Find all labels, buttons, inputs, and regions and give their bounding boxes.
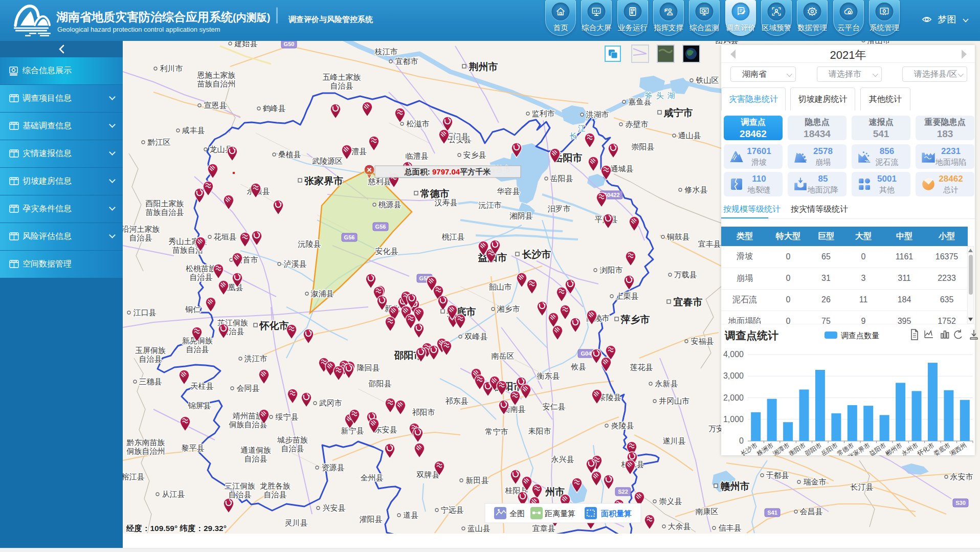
svg-text:瑞金市: 瑞金市 xyxy=(804,477,827,486)
svg-text:武冈市: 武冈市 xyxy=(319,399,342,407)
svg-text:常德市: 常德市 xyxy=(420,188,450,199)
svg-text:祁东县: 祁东县 xyxy=(446,396,469,405)
svg-text:祁阳市: 祁阳市 xyxy=(412,408,435,416)
svg-text:潜山市: 潜山市 xyxy=(867,41,890,45)
svg-text:自治县: 自治县 xyxy=(190,273,213,281)
svg-text:岳阳县: 岳阳县 xyxy=(550,174,573,183)
svg-text:自治县: 自治县 xyxy=(129,233,152,242)
svg-text:大余县: 大余县 xyxy=(668,522,691,531)
svg-text:G50: G50 xyxy=(284,41,295,47)
svg-text:五峰土家族: 五峰土家族 xyxy=(323,73,361,81)
svg-text:道县: 道县 xyxy=(403,511,418,519)
svg-text:常宁市: 常宁市 xyxy=(485,427,508,436)
svg-text:沿河土家族: 沿河土家族 xyxy=(123,225,160,233)
svg-text:邵阳市: 邵阳市 xyxy=(803,441,823,456)
svg-text:通城县: 通城县 xyxy=(611,164,634,173)
svg-text:湘阴县: 湘阴县 xyxy=(509,211,533,220)
svg-text:通山县: 通山县 xyxy=(678,131,701,140)
svg-text:松桃苗族: 松桃苗族 xyxy=(186,264,216,273)
svg-text:于都县: 于都县 xyxy=(766,471,789,479)
svg-text:浏阳市: 浏阳市 xyxy=(600,266,623,274)
svg-text:赤壁市: 赤壁市 xyxy=(626,120,649,128)
svg-text:自治县: 自治县 xyxy=(281,444,304,453)
svg-text:长: 长 xyxy=(570,131,577,140)
svg-text:恩施土家族: 恩施土家族 xyxy=(197,71,236,79)
svg-text:江: 江 xyxy=(578,124,586,133)
svg-text:S30: S30 xyxy=(955,500,966,506)
svg-text:永新县: 永新县 xyxy=(655,379,678,388)
svg-text:衡阳市: 衡阳市 xyxy=(788,441,807,456)
svg-text:株洲市: 株洲市 xyxy=(755,441,775,456)
svg-text:建始县: 建始县 xyxy=(234,41,258,48)
svg-text:桃江县: 桃江县 xyxy=(442,232,465,241)
svg-text:沅陵县: 沅陵县 xyxy=(298,239,321,248)
svg-text:萍乡市: 萍乡市 xyxy=(620,314,650,325)
svg-text:南康区: 南康区 xyxy=(696,507,719,516)
svg-text:韶山市: 韶山市 xyxy=(489,282,512,291)
svg-text:汨罗市: 汨罗市 xyxy=(548,204,571,213)
svg-text:汉寿县: 汉寿县 xyxy=(435,198,458,207)
svg-text:桑植县: 桑植县 xyxy=(278,150,301,159)
svg-text:攸县: 攸县 xyxy=(571,362,586,371)
svg-text:华容县: 华容县 xyxy=(497,187,520,195)
svg-text:会同县: 会同县 xyxy=(237,384,260,392)
svg-text:湘潭市: 湘潭市 xyxy=(771,441,791,456)
svg-text:G56: G56 xyxy=(344,234,355,240)
svg-text:崇阳县: 崇阳县 xyxy=(632,142,655,151)
svg-text:酉阳土家族: 酉阳土家族 xyxy=(146,199,184,208)
svg-text:天柱县: 天柱县 xyxy=(191,382,214,390)
svg-text:侗族自治县: 侗族自治县 xyxy=(229,420,268,429)
svg-text:宜丰县: 宜丰县 xyxy=(698,239,721,248)
svg-text:S22: S22 xyxy=(618,489,628,495)
svg-text:郴州市: 郴州市 xyxy=(884,441,903,456)
svg-text:澧县: 澧县 xyxy=(351,147,367,156)
svg-text:绥宁县: 绥宁县 xyxy=(276,412,299,421)
svg-text:洪湖市: 洪湖市 xyxy=(586,110,609,119)
svg-text:龙胜各族: 龙胜各族 xyxy=(260,481,291,490)
svg-text:锦屏县: 锦屏县 xyxy=(188,401,211,410)
svg-text:宜都市: 宜都市 xyxy=(395,57,418,65)
svg-text:兴安县: 兴安县 xyxy=(323,503,346,512)
svg-text:江口县: 江口县 xyxy=(133,308,157,317)
svg-text:铜鼓县: 铜鼓县 xyxy=(667,232,690,241)
svg-text:武陵源区: 武陵源区 xyxy=(312,157,343,165)
svg-text:双峰县: 双峰县 xyxy=(464,332,488,341)
svg-text:从江县: 从江县 xyxy=(162,490,185,498)
svg-text:2,000: 2,000 xyxy=(723,393,744,402)
svg-text:咸宁市: 咸宁市 xyxy=(663,107,693,118)
svg-text:自治县: 自治县 xyxy=(264,490,287,499)
svg-text:宣恩县: 宣恩县 xyxy=(204,101,227,109)
svg-text:铜仁: 铜仁 xyxy=(185,305,201,314)
svg-text:会昌县: 会昌县 xyxy=(800,507,823,516)
svg-text:头: 头 xyxy=(656,91,664,100)
svg-text:总面积: 9797.04平方千米: 总面积: 9797.04平方千米 xyxy=(404,167,491,176)
svg-text:4,000: 4,000 xyxy=(723,350,744,359)
svg-text:黔江区: 黔江区 xyxy=(147,138,171,146)
svg-text:安乡县: 安乡县 xyxy=(463,150,486,159)
svg-text:怀化市: 怀化市 xyxy=(259,320,289,331)
svg-text:灌阳县: 灌阳县 xyxy=(360,515,383,523)
svg-text:三穗县: 三穗县 xyxy=(139,377,162,386)
svg-text:玉屏侗族: 玉屏侗族 xyxy=(135,346,166,355)
svg-text:鹤峰县: 鹤峰县 xyxy=(263,104,286,113)
svg-text:耒阳市: 耒阳市 xyxy=(528,427,551,435)
svg-text:黎平县: 黎平县 xyxy=(182,444,205,452)
svg-text:咸丰县: 咸丰县 xyxy=(182,126,205,135)
svg-text:榕江县: 榕江县 xyxy=(123,472,145,481)
svg-text:资源县: 资源县 xyxy=(322,463,345,472)
svg-text:苗族自治县: 苗族自治县 xyxy=(146,208,184,216)
svg-text:长沙市: 长沙市 xyxy=(522,249,551,260)
svg-text:赣州市: 赣州市 xyxy=(720,481,750,492)
svg-text:自治县: 自治县 xyxy=(139,355,162,363)
svg-text:通道侗族: 通道侗族 xyxy=(240,446,271,454)
svg-text:宁远县: 宁远县 xyxy=(441,505,464,514)
svg-text:桃源县: 桃源县 xyxy=(378,200,402,209)
svg-text:遂川县: 遂川县 xyxy=(663,436,686,445)
svg-text:宜春市: 宜春市 xyxy=(674,297,703,307)
svg-text:崇义县: 崇义县 xyxy=(659,497,682,505)
svg-text:邵阳县: 邵阳县 xyxy=(369,379,392,388)
svg-text:S41: S41 xyxy=(767,510,777,516)
svg-text:临澧县: 临澧县 xyxy=(406,151,429,160)
svg-text:怀化市: 怀化市 xyxy=(916,441,936,456)
svg-text:侗族自治州: 侗族自治州 xyxy=(126,447,165,455)
